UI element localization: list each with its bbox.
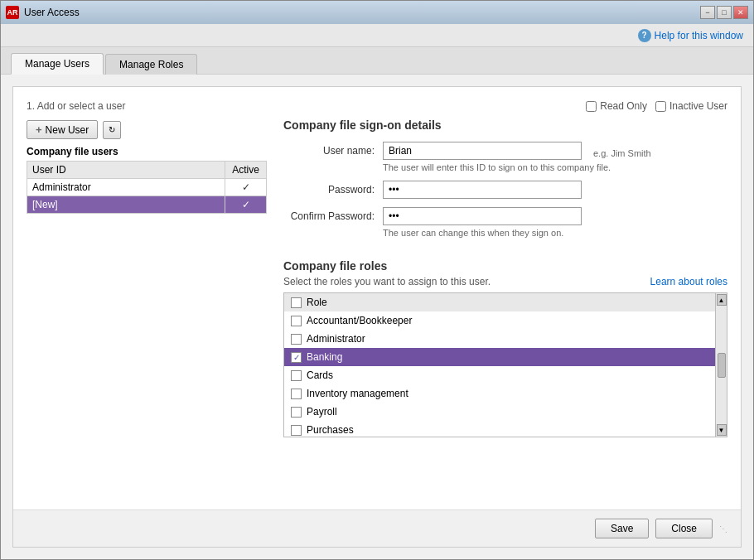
resize-handle: ⋱ — [719, 524, 729, 533]
username-hint: e.g. Jim Smith — [593, 144, 651, 158]
confirm-password-input[interactable] — [383, 207, 582, 225]
read-only-label: Read Only — [600, 100, 647, 112]
sign-on-heading: Company file sign-on details — [283, 118, 727, 132]
minimize-button[interactable]: − — [700, 6, 715, 19]
role-name: Payroll — [307, 406, 337, 418]
username-desc: The user will enter this ID to sign on t… — [383, 162, 727, 172]
roles-list-container: Role Accountant/Bookkeeper — [283, 292, 727, 437]
list-item[interactable]: Payroll — [284, 403, 715, 421]
user-id-cell: [New] — [27, 196, 225, 214]
role-name: Inventory management — [307, 388, 408, 399]
refresh-button[interactable]: ↻ — [103, 121, 121, 139]
scroll-down-button[interactable]: ▼ — [717, 424, 727, 436]
username-row: User name: e.g. Jim Smith The user will … — [283, 142, 727, 172]
help-label: Help for this window — [655, 30, 743, 41]
role-name: Purchases — [307, 424, 354, 436]
scroll-thumb[interactable] — [718, 353, 726, 378]
confirm-password-label: Confirm Password: — [283, 207, 383, 222]
col-active: Active — [225, 162, 267, 179]
password-field-group — [383, 181, 727, 199]
plus-icon: + — [36, 123, 42, 136]
read-only-checkbox[interactable] — [586, 101, 597, 112]
username-input[interactable] — [383, 142, 582, 160]
company-file-label: Company file users — [27, 146, 267, 157]
title-bar: AR User Access − □ ✕ — [1, 1, 753, 24]
learn-about-roles-link[interactable]: Learn about roles — [650, 276, 727, 287]
table-row[interactable]: [New] ✓ — [27, 196, 267, 214]
username-label: User name: — [283, 142, 383, 157]
role-name: Banking — [307, 351, 342, 363]
role-checkbox[interactable] — [291, 389, 302, 399]
roles-heading: Company file roles — [283, 259, 727, 273]
help-icon: ? — [638, 29, 651, 42]
role-checkbox[interactable] — [291, 316, 302, 326]
save-button[interactable]: Save — [595, 519, 649, 538]
list-item[interactable]: Inventory management — [284, 384, 715, 403]
username-field-group: e.g. Jim Smith The user will enter this … — [383, 142, 727, 172]
list-item[interactable]: Administrator — [284, 330, 715, 348]
left-section-title: 1. Add or select a user — [27, 100, 267, 112]
role-checkbox[interactable] — [291, 370, 302, 381]
roles-section: Company file roles Select the roles you … — [283, 259, 727, 437]
new-user-bar: + New User ↻ — [27, 120, 267, 139]
table-row[interactable]: Administrator ✓ — [27, 179, 267, 196]
password-label: Password: — [283, 181, 383, 196]
inactive-user-checkbox[interactable] — [655, 101, 666, 112]
active-check-cell: ✓ — [225, 196, 267, 214]
close-button[interactable]: Close — [655, 519, 713, 538]
roles-list: Role Accountant/Bookkeeper — [284, 293, 715, 437]
confirm-password-field-group: The user can change this when they sign … — [383, 207, 727, 238]
role-checkbox-checked[interactable] — [291, 352, 302, 363]
role-checkbox[interactable] — [291, 334, 302, 345]
right-panel: Read Only Inactive User Company file sig… — [283, 100, 727, 496]
role-header-row: Role — [284, 293, 715, 311]
col-user-id: User ID — [27, 162, 225, 179]
new-user-button[interactable]: + New User — [27, 120, 98, 139]
left-panel: 1. Add or select a user + New User ↻ Com… — [27, 100, 267, 496]
main-content: 1. Add or select a user + New User ↻ Com… — [1, 75, 753, 559]
scrollbar[interactable]: ▲ ▼ — [715, 293, 727, 437]
window: AR User Access − □ ✕ ? Help for this win… — [0, 0, 754, 560]
new-user-label: New User — [46, 124, 89, 136]
refresh-icon: ↻ — [109, 125, 115, 134]
inactive-user-label: Inactive User — [669, 100, 727, 112]
role-name: Administrator — [307, 333, 365, 345]
roles-subtitle: Select the roles you want to assign to t… — [283, 276, 491, 287]
role-checkbox[interactable] — [291, 425, 302, 436]
right-header: Read Only Inactive User — [283, 100, 727, 118]
role-checkbox[interactable] — [291, 407, 302, 418]
tab-bar: Manage Users Manage Roles — [1, 47, 753, 75]
scroll-up-button[interactable]: ▲ — [717, 294, 727, 306]
content-panel: 1. Add or select a user + New User ↻ Com… — [12, 86, 742, 548]
list-item[interactable]: Banking — [284, 348, 715, 366]
password-row: Password: — [283, 181, 727, 199]
password-desc: The user can change this when they sign … — [383, 228, 727, 238]
list-item[interactable]: Accountant/Bookkeeper — [284, 311, 715, 330]
users-table: User ID Active Administrator ✓ [New] — [27, 161, 267, 214]
password-input[interactable] — [383, 181, 582, 199]
tab-manage-roles[interactable]: Manage Roles — [105, 54, 197, 75]
tab-manage-users[interactable]: Manage Users — [11, 53, 104, 75]
read-only-checkbox-label[interactable]: Read Only — [586, 100, 647, 112]
role-header-label: Role — [307, 297, 327, 308]
list-item[interactable]: Cards — [284, 366, 715, 384]
window-controls: − □ ✕ — [700, 6, 748, 19]
confirm-password-row: Confirm Password: The user can change th… — [283, 207, 727, 238]
panel-inner: 1. Add or select a user + New User ↻ Com… — [13, 87, 741, 509]
footer: Save Close ⋱ — [13, 509, 741, 547]
username-inline: e.g. Jim Smith — [383, 142, 727, 160]
user-id-cell: Administrator — [27, 179, 225, 196]
role-name: Accountant/Bookkeeper — [307, 315, 412, 326]
roles-subtitle-row: Select the roles you want to assign to t… — [283, 276, 727, 287]
help-bar: ? Help for this window — [1, 24, 753, 47]
inactive-user-checkbox-label[interactable]: Inactive User — [655, 100, 727, 112]
role-header-checkbox — [291, 297, 302, 308]
app-icon: AR — [6, 6, 19, 19]
title-bar-left: AR User Access — [6, 6, 80, 19]
help-button[interactable]: ? Help for this window — [638, 29, 743, 42]
maximize-button[interactable]: □ — [717, 6, 732, 19]
role-name: Cards — [307, 369, 333, 381]
list-item[interactable]: Purchases — [284, 421, 715, 437]
window-title: User Access — [24, 7, 80, 18]
close-window-button[interactable]: ✕ — [733, 6, 748, 19]
